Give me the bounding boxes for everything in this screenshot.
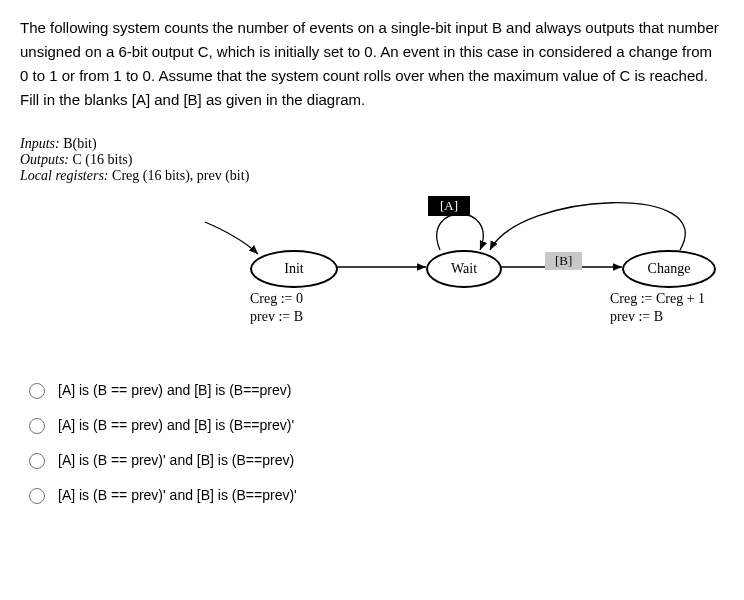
init-action-1: Creg := 0 [250,290,303,308]
state-wait: Wait [426,250,502,288]
outputs-value: C (16 bits) [69,152,132,167]
option-2[interactable]: [A] is (B == prev) and [B] is (B==prev)' [20,407,724,442]
question-text: The following system counts the number o… [20,16,724,112]
option-3-label: [A] is (B == prev)' and [B] is (B==prev) [58,452,294,468]
state-change: Change [622,250,716,288]
outputs-label: Outputs: [20,152,69,167]
option-3[interactable]: [A] is (B == prev)' and [B] is (B==prev) [20,442,724,477]
state-init: Init [250,250,338,288]
diagram-arrows [20,192,720,352]
init-action-2: prev := B [250,308,303,326]
label-a-box: [A] [428,196,470,216]
option-2-label: [A] is (B == prev) and [B] is (B==prev)' [58,417,294,433]
change-action-2: prev := B [610,308,705,326]
option-1[interactable]: [A] is (B == prev) and [B] is (B==prev) [20,372,724,407]
init-actions: Creg := 0 prev := B [250,290,303,326]
option-1-radio[interactable] [29,383,45,399]
option-1-label: [A] is (B == prev) and [B] is (B==prev) [58,382,291,398]
option-4-radio[interactable] [29,488,45,504]
declarations-block: Inputs: B(bit) Outputs: C (16 bits) Loca… [20,136,724,184]
change-actions: Creg := Creg + 1 prev := B [610,290,705,326]
inputs-value: B(bit) [60,136,97,151]
label-b-box: [B] [545,252,582,270]
option-2-radio[interactable] [29,418,45,434]
option-4-label: [A] is (B == prev)' and [B] is (B==prev)… [58,487,297,503]
option-3-radio[interactable] [29,453,45,469]
inputs-label: Inputs: [20,136,60,151]
option-4[interactable]: [A] is (B == prev)' and [B] is (B==prev)… [20,477,724,512]
local-label: Local registers: [20,168,109,183]
state-diagram: [A] [B] Init Wait Change Creg := 0 prev … [20,192,720,352]
change-action-1: Creg := Creg + 1 [610,290,705,308]
local-value: Creg (16 bits), prev (bit) [109,168,250,183]
